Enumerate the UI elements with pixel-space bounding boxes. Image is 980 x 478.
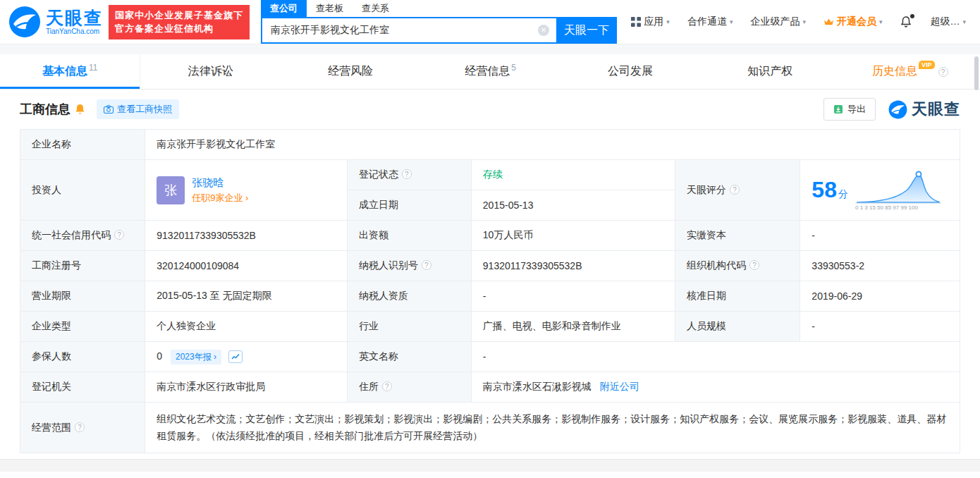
search-area: 查公司 查老板 查关系 ✕ 天眼一下 [261, 0, 617, 44]
credit-code-label: 统一社会信用代码? [20, 221, 145, 251]
establish-date-value: 2015-05-13 [471, 190, 675, 221]
approval-date-value: 2019-06-29 [800, 281, 960, 312]
page-footer-strip [0, 459, 980, 472]
nav-super-vip[interactable]: 超级… ▾ [930, 16, 966, 28]
table-row: 企业名称 南京张开手影视文化工作室 [20, 130, 960, 160]
business-term-label: 营业期限 [20, 281, 145, 312]
investor-info: 张骁晗 任职9家企业 › [192, 176, 248, 204]
tab-company-development[interactable]: 公司发展 [561, 54, 700, 89]
company-tabbar: 基本信息 11 法律诉讼 经营风险 经营信息 5 公司发展 知识产权 历史信息 … [0, 54, 980, 90]
scrollbar[interactable] [974, 56, 979, 90]
export-button[interactable]: 导出 [823, 98, 876, 121]
header-nav: 应用 ▾ 合作通道 ▾ 企业级产品 ▾ 开通会员 ▾ 超级… ▾ [631, 16, 966, 28]
search-box: ✕ 天眼一下 [261, 17, 617, 44]
investor-jobs-link[interactable]: 任职9家企业 › [192, 192, 248, 203]
chevron-down-icon: ▾ [962, 18, 966, 25]
help-icon[interactable]: ? [422, 260, 431, 270]
reg-number-label: 工商注册号 [20, 251, 145, 281]
score-value: 58 [811, 177, 837, 202]
tab-business-risk[interactable]: 经营风险 [281, 54, 420, 89]
nav-apps[interactable]: 应用 ▾ [631, 16, 670, 28]
business-term-value: 2015-05-13 至 无固定期限 [145, 281, 348, 312]
business-scope-label-text: 经营范围 [32, 422, 71, 433]
business-info-table: 企业名称 南京张开手影视文化工作室 投资人 张 张骁晗 任职9家企业 › 登记状… [20, 129, 960, 453]
investor-avatar[interactable]: 张 [157, 176, 185, 204]
help-icon[interactable]: ? [402, 169, 412, 179]
clear-search-icon[interactable]: ✕ [538, 25, 549, 36]
gov-certification-badge: 国家中小企业发展子基金旗下 官方备案企业征信机构 [109, 5, 250, 39]
nearby-companies-link[interactable]: 附近公司 [600, 381, 639, 392]
tab-history-info[interactable]: 历史信息 VIP ? [840, 54, 980, 89]
subscribe-bell-icon[interactable] [75, 104, 85, 115]
tab-count: 5 [511, 63, 516, 73]
help-icon[interactable]: ? [749, 260, 759, 270]
logo-title: 天眼查 [46, 8, 103, 27]
reg-status-label: 登记状态? [347, 160, 471, 190]
paid-capital-value: - [800, 221, 960, 251]
search-tab-boss[interactable]: 查老板 [307, 0, 353, 17]
help-icon[interactable]: ? [938, 67, 948, 77]
header-divider [0, 44, 980, 54]
section-header: 工商信息 查看工商快照 导出 天眼查 [20, 90, 960, 129]
table-row: 参保人数 0 2023年报 › 英文名称 - [20, 342, 960, 372]
help-icon[interactable]: ? [382, 381, 392, 391]
nav-cooperation[interactable]: 合作通道 ▾ [687, 16, 733, 28]
notification-bell[interactable] [900, 16, 912, 28]
nav-open-vip[interactable]: 开通会员 ▾ [823, 16, 883, 28]
nav-enterprise-products[interactable]: 企业级产品 ▾ [750, 16, 806, 28]
crown-icon [823, 18, 834, 26]
address-label: 住所? [347, 372, 471, 403]
tab-legal-proceedings[interactable]: 法律诉讼 [140, 54, 280, 89]
trend-chart-icon[interactable] [228, 350, 243, 363]
snapshot-button-label: 查看工商快照 [117, 103, 172, 116]
logo-domain: TianYanCha.com [46, 28, 103, 36]
nav-enterprise-label: 企业级产品 [750, 16, 800, 28]
search-input[interactable] [269, 24, 538, 37]
tianyancha-logo[interactable]: 天眼查 TianYanCha.com [8, 6, 103, 38]
table-row: 营业期限 2015-05-13 至 无固定期限 纳税人资质 - 核准日期 201… [20, 281, 960, 312]
score-label: 天眼评分? [675, 160, 800, 221]
company-name-label: 企业名称 [20, 130, 145, 160]
status-badge: 存续 [483, 168, 503, 180]
company-name-value: 南京张开手影视文化工作室 [145, 130, 960, 160]
industry-value: 广播、电视、电影和录音制作业 [471, 312, 675, 342]
search-tab-relation[interactable]: 查关系 [353, 0, 398, 17]
industry-label: 行业 [347, 312, 471, 342]
reg-status-label-text: 登记状态 [359, 168, 398, 180]
table-row: 投资人 张 张骁晗 任职9家企业 › 登记状态? 存续 天眼评分? [20, 160, 960, 190]
tab-basic-info[interactable]: 基本信息 11 [0, 54, 140, 89]
address-cell: 南京市溧水区石湫影视城 附近公司 [471, 372, 960, 403]
tab-business-info[interactable]: 经营信息 5 [420, 54, 560, 89]
tab-label: 经营风险 [328, 64, 373, 79]
view-snapshot-button[interactable]: 查看工商快照 [97, 99, 179, 119]
table-row: 工商注册号 320124000109084 纳税人识别号? 9132011733… [20, 251, 960, 281]
credit-code-value: 91320117339305532B [145, 221, 348, 251]
tianyancha-logo-icon [8, 6, 41, 38]
score-cell[interactable]: 58分 0 1 3 15 [800, 160, 960, 221]
tab-label: 知识产权 [747, 64, 792, 79]
table-row: 登记机关 南京市溧水区行政审批局 住所? 南京市溧水区石湫影视城 附近公司 [20, 372, 960, 403]
help-icon[interactable]: ? [75, 422, 85, 432]
annual-report-link[interactable]: 2023年报 › [171, 350, 221, 364]
tab-intellectual-property[interactable]: 知识产权 [700, 54, 840, 89]
search-tab-company[interactable]: 查公司 [261, 0, 307, 17]
investor-label: 投资人 [20, 160, 145, 221]
chevron-down-icon: ▾ [802, 18, 806, 25]
table-row: 统一社会信用代码? 91320117339305532B 出资额 10万人民币 … [20, 221, 960, 251]
capital-value: 10万人民币 [471, 221, 675, 251]
help-icon[interactable]: ? [730, 185, 740, 195]
help-icon[interactable]: ? [114, 230, 124, 240]
section-title: 工商信息 [20, 101, 71, 118]
nav-vip-label: 开通会员 [837, 16, 876, 28]
tianyancha-logo-icon [888, 100, 907, 119]
tab-label: 历史信息 [872, 64, 917, 79]
brand-text: 天眼查 [912, 99, 960, 120]
reg-number-value: 320124000109084 [145, 251, 348, 281]
gov-badge-line2: 官方备案企业征信机构 [115, 22, 243, 36]
search-input-wrap: ✕ [261, 17, 556, 44]
export-button-label: 导出 [847, 103, 866, 116]
search-button[interactable]: 天眼一下 [556, 17, 617, 44]
table-row: 企业类型 个人独资企业 行业 广播、电视、电影和录音制作业 人员规模 - [20, 312, 960, 342]
reg-status-value: 存续 [471, 160, 675, 190]
investor-name-link[interactable]: 张骁晗 [192, 176, 248, 190]
